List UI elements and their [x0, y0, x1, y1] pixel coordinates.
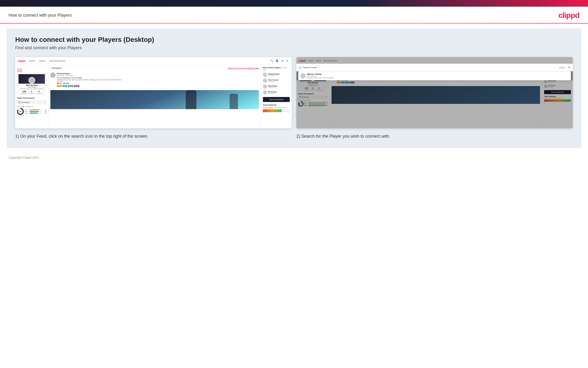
activity-meta: Yesterday · The Grove	[57, 75, 259, 76]
followers-value: 3	[28, 90, 35, 93]
header: How to connect with your Players clippd	[0, 7, 588, 23]
activity-content: Richard Butler Yesterday · The Grove Pre…	[57, 73, 259, 87]
nav-home[interactable]: Home	[28, 59, 36, 63]
activity-card: Richard Butler Yesterday · The Grove Pre…	[50, 71, 259, 89]
nav-teams[interactable]: Teams	[38, 59, 46, 63]
profile-cover	[18, 74, 45, 84]
heatmap-bar	[263, 109, 290, 112]
heatmap-subtitle: Player Quality · 20 Round Trend	[263, 107, 290, 108]
following-value: 4	[36, 90, 42, 93]
ott-track	[29, 109, 43, 110]
ott-label: OTT	[25, 109, 29, 110]
player-list-item: Eli Vincent Activities: 1	[263, 90, 290, 96]
mockup-nav-icons: 🔍 👤 ⚙ ●	[270, 59, 289, 63]
stat-activities: 129 Activities	[21, 90, 27, 94]
description-row: 1) On your Feed, click on the search ico…	[15, 133, 573, 139]
search-input-display[interactable]: Marcus Turner	[303, 66, 558, 69]
mockup-middle-panel: Following ▾ Control who can see your act…	[48, 65, 261, 128]
control-link[interactable]: Control who can see your activity and da…	[228, 67, 259, 69]
gauge-circle: 84	[17, 108, 24, 115]
heatmap-min: -5	[263, 112, 264, 114]
profile-icon[interactable]: 👤	[275, 59, 279, 63]
quality-gauge: 84 OTT 79	[17, 108, 46, 115]
app-tag: APP	[62, 85, 67, 87]
nav-my-performance[interactable]: My Performance	[49, 59, 66, 63]
search-result-avatar	[300, 73, 306, 78]
bar-ott: OTT 79	[25, 109, 46, 110]
main-content: How to connect with your Players (Deskto…	[7, 28, 581, 148]
player-name-piers: Piers Parnell	[268, 79, 290, 81]
app-label: APP	[25, 111, 29, 112]
player-performance-title: Player Performance	[17, 97, 46, 99]
player-avatar-piers	[263, 78, 267, 83]
player-performance-section: Player Performance Eli Vincent ▾ Total P…	[17, 97, 46, 115]
header-divider	[0, 23, 588, 24]
active-players-title: Most Active Players · Last 30 days	[263, 66, 290, 71]
bar-app: APP 70	[25, 111, 46, 112]
search-dropdown: Marcus Turner 1.5 Handicap Cypress Point…	[298, 71, 571, 80]
mockup-nav-1: clippd Home Teams My Performance 🔍 👤 ⚙ ●	[15, 57, 292, 65]
main-subtitle: Find and connect with your Players	[15, 46, 573, 50]
arg-track	[29, 113, 43, 114]
following-label: Following	[36, 93, 42, 94]
mockup-right-panel: Most Active Players · Last 30 days Richa…	[261, 65, 292, 128]
following-button[interactable]: Following ▾	[50, 66, 63, 70]
duration-label: Duration	[57, 81, 259, 82]
following-header: Following ▾ Control who can see your act…	[50, 66, 259, 70]
activity-desc: Walking the course with my coach to buil…	[57, 79, 259, 81]
profile-card: Blair McHarg Golf Coach Mill Ride Golf C…	[17, 73, 46, 96]
search-icon-overlay: 🔍	[298, 66, 302, 69]
app-value: 70	[43, 111, 46, 112]
player-list-item: Piers Parnell Activities: 4	[263, 78, 290, 84]
search-result-name: Marcus Turner	[307, 73, 569, 75]
step-2-description: 2) Search for the Player you wish to con…	[296, 133, 573, 139]
duration-value: 02 hr : 00 min	[57, 82, 259, 84]
player-avatar-eli	[263, 90, 267, 95]
team-dashboard-button[interactable]: Team Dashboard	[263, 97, 290, 102]
app-mockup-1: clippd Home Teams My Performance 🔍 👤 ⚙ ●	[15, 57, 292, 128]
search-result-club: Cypress Point Club, United Kingdom	[307, 77, 569, 79]
player-name-richard: Richard Butler	[268, 73, 290, 75]
player-select-name: Eli Vincent	[22, 101, 44, 103]
player-select-dropdown[interactable]: Eli Vincent ▾	[17, 100, 46, 104]
page-title: How to connect with your Players	[9, 13, 72, 18]
feed-tab[interactable]: Feed	[17, 68, 22, 71]
stat-followers: 3 Followers	[28, 90, 35, 94]
heatmap-bar-fill	[263, 109, 282, 112]
screenshot-1: clippd Home Teams My Performance 🔍 👤 ⚙ ●	[15, 57, 292, 128]
arg-value: 64	[43, 112, 46, 114]
stat-following: 4 Following	[36, 90, 42, 94]
activity-person-name: Richard Butler	[57, 73, 259, 75]
most-active-label: Most Active Players	[263, 66, 281, 69]
app-fill	[29, 111, 39, 112]
mockup-body-1: Feed Blair McHarg Golf Coach Mill Ride G…	[15, 65, 292, 128]
golf-course-image	[50, 90, 259, 109]
settings-icon[interactable]: ⚙	[280, 59, 284, 63]
search-overlay: 🔍 Marcus Turner CLEAR ✕	[296, 64, 573, 80]
search-bar: 🔍 Marcus Turner CLEAR ✕	[296, 64, 573, 71]
tag-row: OTT APP ARG PUTT	[57, 85, 259, 87]
ott-value: 79	[43, 109, 46, 110]
putt-tag: PUTT	[74, 85, 79, 87]
player-name-eli: Eli Vincent	[268, 91, 290, 93]
player-act-piers: Activities: 4	[268, 81, 290, 82]
close-search-button[interactable]: ✕	[567, 66, 571, 69]
player-list-item: Hiral Pujara Activities: 3	[263, 84, 290, 90]
search-icon[interactable]: 🔍	[270, 59, 273, 63]
activities-label: Activities	[21, 93, 27, 94]
player-act-richard: Activities: 7	[268, 75, 290, 76]
quality-label: Total Player Quality ⓘ	[17, 105, 46, 108]
clear-button[interactable]: CLEAR	[559, 67, 565, 68]
bar-stats: OTT 79 APP	[25, 109, 46, 114]
ott-tag: OTT	[57, 85, 62, 87]
screenshot-2: clippd Home Teams My Performance Feed	[296, 57, 573, 128]
activity-title: Pre Tournament Course Walk	[57, 77, 259, 79]
activity-avatar	[50, 73, 56, 78]
team-heatmap-title: Team Heatmap	[263, 104, 290, 106]
search-result-item[interactable]: Marcus Turner 1.5 Handicap Cypress Point…	[298, 72, 571, 80]
screenshots-row: clippd Home Teams My Performance 🔍 👤 ⚙ ●	[15, 57, 573, 128]
heatmap-labels: -5 +5	[263, 112, 290, 114]
arg-label: ARG	[25, 112, 29, 114]
avatar-icon[interactable]: ●	[285, 59, 289, 63]
arg-tag: ARG	[68, 85, 73, 87]
